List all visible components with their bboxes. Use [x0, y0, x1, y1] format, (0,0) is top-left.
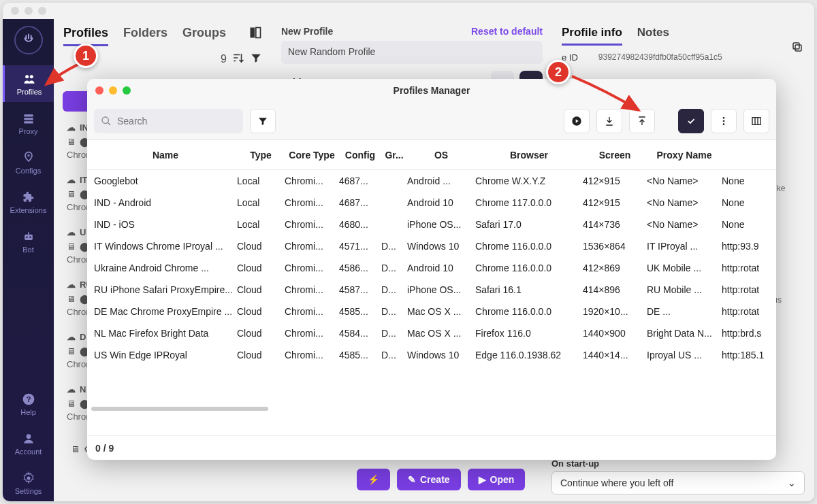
table-row[interactable]: US Win Edge IPRoyalCloudChromi...4585...… — [87, 344, 776, 366]
modal-search[interactable] — [94, 109, 243, 133]
svg-rect-4 — [24, 121, 33, 123]
cell-name: IT Windows Chrome IProyal ... — [94, 241, 237, 252]
cell-screen: 414×736 — [583, 219, 647, 230]
reset-to-default-link[interactable]: Reset to default — [471, 26, 543, 37]
cell-os: Mac OS X ... — [407, 328, 475, 339]
profile-count: 9 — [221, 53, 227, 65]
startup-label: On start-up — [551, 458, 805, 469]
table-row[interactable]: IND - AndroidLocalChromi...4687...Androi… — [87, 192, 776, 214]
svg-point-17 — [102, 117, 108, 123]
cell-proxy: <No Name> — [647, 197, 722, 208]
table-row[interactable]: IND - iOSLocalChromi...4680...iPhone OS.… — [87, 214, 776, 235]
nav-help[interactable]: ? Help — [3, 386, 54, 422]
col-group[interactable]: Gr... — [381, 150, 407, 161]
copy-icon[interactable] — [791, 41, 803, 56]
col-name[interactable]: Name — [94, 150, 237, 161]
modal-more-button[interactable] — [711, 109, 737, 133]
cell-proxy: Bright Data N... — [647, 328, 722, 339]
nav-settings[interactable]: Settings — [3, 465, 54, 501]
close-traffic-light[interactable] — [11, 7, 19, 15]
svg-rect-3 — [24, 118, 33, 120]
main-tabs: Profiles Folders Groups — [63, 26, 262, 46]
table-row[interactable]: GooglebotLocalChromi...4687...Android ..… — [87, 170, 776, 192]
cell-type: Local — [237, 219, 285, 230]
cell-config: 4585... — [339, 350, 381, 360]
nav-label: Configs — [16, 167, 41, 175]
modal-filter-button[interactable] — [250, 109, 276, 133]
startup-select[interactable]: Continue where you left off ⌄ — [551, 471, 805, 494]
quick-action-button[interactable]: ⚡ — [357, 469, 390, 490]
nav-extensions[interactable]: Extensions — [3, 184, 54, 220]
tab-profile-info[interactable]: Profile info — [562, 26, 622, 46]
minimize-traffic-light[interactable] — [25, 7, 33, 15]
table-row[interactable]: Ukraine Android Chrome ...CloudChromi...… — [87, 257, 776, 279]
modal-search-input[interactable] — [117, 116, 236, 127]
table-row[interactable]: NL Mac Firefox Bright DataCloudChromi...… — [87, 322, 776, 344]
cell-type: Cloud — [237, 306, 285, 317]
cell-config: 4586... — [339, 263, 381, 273]
open-button[interactable]: ▶ Open — [468, 469, 526, 490]
startup-value: Continue where you left off — [560, 477, 673, 488]
col-os[interactable]: OS — [407, 150, 475, 161]
tab-folders[interactable]: Folders — [123, 26, 167, 46]
table-row[interactable]: IT Windows Chrome IProyal ...CloudChromi… — [87, 235, 776, 257]
selection-count: 0 / 9 — [95, 443, 114, 454]
layout-toggle-icon[interactable] — [249, 26, 262, 46]
col-config[interactable]: Config — [339, 150, 381, 161]
tab-groups[interactable]: Groups — [182, 26, 226, 46]
filter-icon[interactable] — [250, 52, 262, 67]
svg-point-11 — [26, 434, 31, 439]
svg-point-5 — [28, 154, 29, 156]
cell-group: D... — [381, 241, 407, 252]
table-row[interactable]: RU iPhone Safari ProxyEmpire...CloudChro… — [87, 279, 776, 301]
profile-name-input[interactable]: New Random Profile — [281, 41, 543, 64]
cell-core: Chromi... — [285, 197, 339, 208]
horizontal-scrollbar[interactable] — [91, 407, 268, 411]
col-screen[interactable]: Screen — [583, 150, 647, 161]
startup-section: On start-up Continue where you left off … — [551, 458, 805, 494]
cell-group: D... — [381, 263, 407, 273]
nav-account[interactable]: Account — [3, 425, 54, 462]
cell-proxy: DE ... — [647, 306, 722, 317]
svg-rect-2 — [24, 114, 33, 116]
cell-os: Android ... — [407, 175, 475, 186]
col-type[interactable]: Type — [237, 150, 285, 161]
col-browser[interactable]: Browser — [475, 150, 583, 161]
cell-name: Ukraine Android Chrome ... — [94, 263, 237, 273]
nav-label: Extensions — [10, 206, 47, 214]
cell-type: Local — [237, 175, 285, 186]
cell-last: http:185.1 — [722, 350, 776, 360]
cell-group: D... — [381, 328, 407, 339]
cell-name: DE Mac Chrome ProxyEmpire ... — [94, 306, 237, 317]
tab-notes[interactable]: Notes — [637, 26, 669, 46]
nav-proxy[interactable]: Proxy — [3, 105, 54, 141]
sort-icon[interactable] — [232, 52, 244, 67]
svg-rect-13 — [251, 28, 255, 38]
cell-browser: Safari 17.0 — [475, 219, 583, 230]
cell-browser: Chrome 116.0.0.0 — [475, 306, 583, 317]
nav-bot[interactable]: Bot — [3, 223, 54, 260]
col-proxy[interactable]: Proxy Name — [647, 150, 722, 161]
cell-core: Chromi... — [285, 175, 339, 186]
cell-type: Cloud — [237, 284, 285, 295]
annotation-arrow-2 — [566, 71, 648, 118]
zoom-traffic-light[interactable] — [38, 7, 46, 15]
cell-core: Chromi... — [285, 219, 339, 230]
svg-point-21 — [723, 123, 725, 125]
col-core[interactable]: Core Type — [285, 150, 339, 161]
cell-name: US Win Edge IPRoyal — [94, 350, 237, 360]
create-button[interactable]: ✎ Create — [397, 469, 461, 490]
cell-last: http:rotat — [722, 306, 776, 317]
table-row[interactable]: DE Mac Chrome ProxyEmpire ...CloudChromi… — [87, 301, 776, 322]
nav-configs[interactable]: Configs — [3, 144, 54, 181]
macos-titlebar — [3, 3, 814, 19]
cell-core: Chromi... — [285, 284, 339, 295]
modal-columns-button[interactable] — [743, 109, 769, 133]
cell-screen: 1440×900 — [583, 328, 647, 339]
cell-browser: Safari 16.1 — [475, 284, 583, 295]
modal-select-all-button[interactable] — [678, 109, 704, 133]
cell-config: 4687... — [339, 197, 381, 208]
cell-core: Chromi... — [285, 350, 339, 360]
cell-config: 4680... — [339, 219, 381, 230]
cell-browser: Edge 116.0.1938.62 — [475, 350, 583, 360]
